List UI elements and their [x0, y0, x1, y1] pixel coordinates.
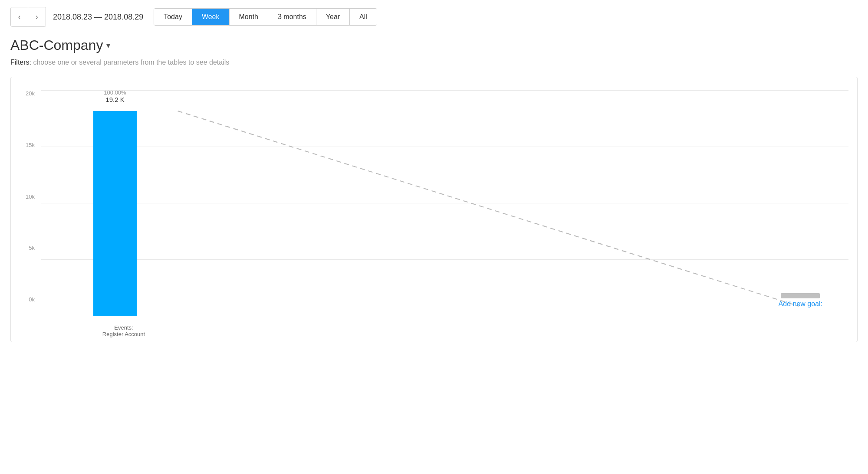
chart-container: 20k 15k 10k 5k 0k 100.00% 19.2 K [10, 77, 858, 342]
nav-arrows: ‹ › [10, 7, 46, 27]
next-button[interactable]: › [28, 7, 46, 26]
y-axis-labels: 20k 15k 10k 5k 0k [11, 90, 39, 303]
period-3months[interactable]: 3 months [268, 9, 316, 25]
y-label-0k: 0k [29, 296, 35, 303]
grid-line-top [41, 90, 848, 91]
grid-lines [41, 90, 848, 316]
company-title[interactable]: ABC-Company ▾ [10, 37, 858, 53]
x-axis-labels: Events: Register Account [41, 324, 848, 337]
bar-percent: 100.00% [104, 89, 126, 96]
grid-line-10k [41, 203, 848, 203]
x-label-events: Events: Register Account [102, 324, 145, 337]
bar-group: 100.00% 19.2 K [93, 111, 137, 316]
bar [93, 111, 137, 316]
y-label-10k: 10k [26, 193, 35, 200]
bar-label: 100.00% 19.2 K [104, 89, 126, 103]
grid-line-5k [41, 259, 848, 260]
chevron-down-icon: ▾ [106, 41, 110, 50]
grid-line-15k [41, 147, 848, 147]
y-label-5k: 5k [29, 245, 35, 251]
period-buttons: Today Week Month 3 months Year All [154, 8, 377, 26]
period-week[interactable]: Week [192, 9, 230, 25]
period-today[interactable]: Today [154, 9, 192, 25]
filters-hint-text: choose one or several parameters from th… [33, 59, 229, 66]
filters-bar: Filters: choose one or several parameter… [10, 59, 858, 66]
company-name: ABC-Company [10, 37, 103, 53]
period-all[interactable]: All [350, 9, 377, 25]
period-year[interactable]: Year [316, 9, 350, 25]
y-label-15k: 15k [26, 142, 35, 148]
y-label-20k: 20k [26, 90, 35, 97]
filters-label: Filters: [10, 59, 31, 66]
goal-area: Add new goal: [779, 293, 822, 308]
grid-line-0k [41, 316, 848, 316]
top-bar: ‹ › 2018.08.23 — 2018.08.29 Today Week M… [10, 7, 858, 27]
goal-bar [781, 293, 820, 298]
date-range: 2018.08.23 — 2018.08.29 [53, 13, 143, 22]
prev-button[interactable]: ‹ [11, 7, 28, 26]
bar-value: 19.2 K [104, 96, 126, 103]
period-month[interactable]: Month [230, 9, 268, 25]
add-goal-link[interactable]: Add new goal: [779, 300, 822, 308]
chart-area: 100.00% 19.2 K Add new goal: Events: Reg… [41, 90, 848, 316]
